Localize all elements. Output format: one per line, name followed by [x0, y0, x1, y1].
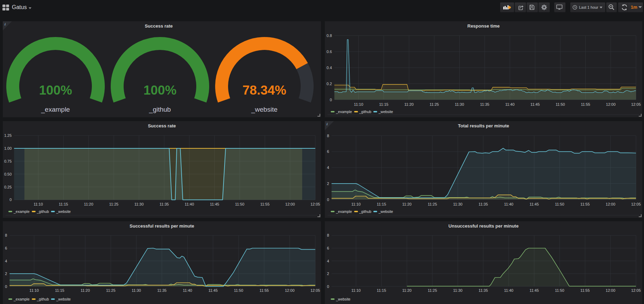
svg-text:11:40: 11:40	[504, 202, 513, 206]
svg-text:1.00: 1.00	[4, 146, 12, 150]
svg-text:0: 0	[9, 198, 12, 202]
svg-text:11:50: 11:50	[235, 202, 244, 206]
svg-text:11:15: 11:15	[377, 288, 386, 292]
svg-text:11:35: 11:35	[157, 288, 167, 292]
svg-text:11:55: 11:55	[260, 202, 270, 206]
svg-text:11:35: 11:35	[478, 202, 488, 206]
svg-text:_github: _github	[149, 106, 171, 113]
svg-text:11:45: 11:45	[529, 202, 539, 206]
svg-text:4: 4	[327, 165, 329, 170]
svg-text:11:30: 11:30	[455, 102, 464, 106]
svg-text:11:30: 11:30	[134, 202, 144, 206]
svg-text:11:45: 11:45	[208, 288, 218, 292]
svg-text:11:10: 11:10	[29, 288, 39, 292]
svg-text:11:55: 11:55	[580, 202, 590, 206]
svg-text:0.4: 0.4	[327, 66, 332, 70]
svg-text:11:40: 11:40	[504, 288, 513, 292]
svg-text:11:50: 11:50	[555, 202, 564, 206]
svg-text:12:05: 12:05	[631, 202, 641, 206]
svg-text:6: 6	[327, 246, 329, 250]
svg-text:12:05: 12:05	[310, 202, 320, 206]
svg-text:0.8: 0.8	[327, 34, 332, 38]
svg-text:78.34%: 78.34%	[242, 83, 286, 97]
svg-text:11:10: 11:10	[351, 288, 361, 292]
svg-text:12:00: 12:00	[285, 202, 295, 206]
svg-text:11:25: 11:25	[109, 202, 118, 206]
svg-text:11:35: 11:35	[478, 288, 488, 292]
svg-text:11:40: 11:40	[185, 202, 194, 206]
svg-text:11:25: 11:25	[428, 288, 437, 292]
svg-text:0.2: 0.2	[327, 82, 332, 86]
svg-text:11:50: 11:50	[555, 288, 564, 292]
svg-text:11:20: 11:20	[402, 288, 412, 292]
svg-text:0: 0	[327, 198, 329, 202]
svg-text:11:45: 11:45	[529, 288, 539, 292]
svg-text:11:55: 11:55	[259, 288, 269, 292]
svg-text:11:15: 11:15	[55, 288, 64, 292]
svg-text:6: 6	[5, 246, 7, 250]
svg-text:0: 0	[330, 98, 332, 102]
svg-text:12:05: 12:05	[631, 288, 641, 292]
svg-text:11:45: 11:45	[530, 102, 540, 106]
svg-text:8: 8	[327, 134, 329, 138]
svg-text:100%: 100%	[144, 83, 177, 97]
svg-text:11:10: 11:10	[354, 102, 363, 106]
svg-text:11:25: 11:25	[430, 102, 439, 106]
svg-text:12:05: 12:05	[310, 288, 320, 292]
svg-text:11:25: 11:25	[428, 202, 437, 206]
svg-text:1.25: 1.25	[4, 133, 12, 138]
svg-text:11:15: 11:15	[379, 102, 389, 106]
svg-text:11:15: 11:15	[377, 202, 386, 206]
svg-text:12:00: 12:00	[285, 288, 295, 292]
svg-text:11:35: 11:35	[480, 102, 489, 106]
svg-text:11:30: 11:30	[453, 288, 463, 292]
svg-text:11:40: 11:40	[183, 288, 192, 292]
svg-text:_example: _example	[41, 106, 70, 113]
svg-text:11:30: 11:30	[453, 202, 463, 206]
svg-text:11:10: 11:10	[34, 202, 43, 206]
svg-text:11:30: 11:30	[132, 288, 141, 292]
svg-text:0.6: 0.6	[327, 50, 332, 54]
svg-text:_website: _website	[251, 106, 278, 113]
svg-text:11:40: 11:40	[505, 102, 515, 106]
svg-text:11:55: 11:55	[580, 288, 590, 292]
svg-text:0: 0	[5, 284, 7, 289]
svg-text:0.50: 0.50	[4, 172, 12, 176]
svg-text:11:45: 11:45	[210, 202, 219, 206]
svg-text:4: 4	[327, 259, 329, 263]
svg-text:11:20: 11:20	[402, 202, 412, 206]
svg-text:11:25: 11:25	[106, 288, 116, 292]
svg-text:8: 8	[327, 233, 329, 237]
svg-text:8: 8	[5, 233, 7, 237]
svg-text:6: 6	[327, 149, 329, 154]
svg-text:0.25: 0.25	[4, 185, 12, 189]
svg-text:11:50: 11:50	[556, 102, 565, 106]
svg-text:11:10: 11:10	[351, 202, 361, 206]
svg-text:4: 4	[5, 259, 7, 263]
svg-text:12:05: 12:05	[631, 102, 641, 106]
svg-text:2: 2	[5, 272, 7, 276]
svg-text:2: 2	[327, 272, 329, 276]
svg-text:11:20: 11:20	[81, 288, 90, 292]
svg-text:11:55: 11:55	[581, 102, 590, 106]
svg-text:12:00: 12:00	[606, 288, 615, 292]
svg-text:100%: 100%	[39, 83, 72, 97]
svg-text:12:00: 12:00	[606, 202, 615, 206]
svg-text:0: 0	[327, 284, 329, 289]
svg-text:11:20: 11:20	[84, 202, 93, 206]
svg-text:12:00: 12:00	[606, 102, 616, 106]
svg-text:11:50: 11:50	[234, 288, 243, 292]
svg-text:11:20: 11:20	[404, 102, 414, 106]
svg-text:2: 2	[327, 181, 329, 186]
svg-text:11:35: 11:35	[160, 202, 169, 206]
svg-text:0.75: 0.75	[4, 159, 12, 163]
svg-text:11:15: 11:15	[59, 202, 68, 206]
